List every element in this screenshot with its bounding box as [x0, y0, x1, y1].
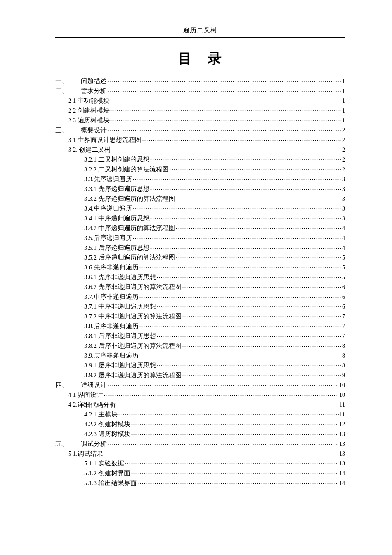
toc-entry-number: 三、	[55, 127, 81, 133]
toc-entry-text: 3.2.2 二叉树创建的算法流程图	[84, 166, 169, 173]
toc-entry-text: 3.8.后序非递归遍历	[84, 323, 138, 330]
toc-entry[interactable]: 4.2.详细代码分析11	[55, 400, 345, 408]
toc-entry[interactable]: 3.2.2 二叉树创建的算法流程图2	[55, 165, 345, 173]
toc-entry[interactable]: 3.5.1 后序递归遍历思想4	[55, 243, 345, 251]
toc-entry[interactable]: 3.3.2 先序递归遍历的算法流程图3	[55, 194, 345, 202]
toc-entry-text: 3.9.2 层序非递归遍历的算法流程图	[84, 372, 182, 379]
toc-entry[interactable]: 5.1.3 输出结果界面14	[55, 479, 345, 486]
toc-entry-label: 3.3.先序递归遍历	[84, 176, 132, 182]
toc-leader-dots	[176, 194, 341, 201]
toc-entry[interactable]: 3.8.2 后序非递归遍历的算法流程图8	[55, 341, 345, 349]
toc-entry-label: 3.4.2 中序递归遍历的算法流程图	[84, 225, 175, 231]
toc-entry-page: 14	[339, 471, 345, 477]
toc-entry-page: 11	[340, 402, 345, 408]
toc-entry-text: 3.8.1 后序非递归遍历思想	[84, 332, 156, 339]
toc-entry[interactable]: 5.1.1 实验数据13	[55, 459, 345, 467]
toc-entry-text: 3.3.2 先序递归遍历的算法流程图	[84, 195, 175, 202]
toc-entry-label: 3.9.2 层序非递归遍历的算法流程图	[84, 372, 182, 379]
toc-entry-label: 3.3.1 先序递归遍历思想	[84, 186, 150, 192]
toc-entry-page: 1	[342, 108, 345, 114]
toc-entry[interactable]: 3.6.2 先序非递归遍历的算法流程图6	[55, 283, 345, 290]
toc-entry[interactable]: 5.1.2 创建树界面14	[55, 469, 345, 477]
toc-entry-label: 2.2 创建树模块	[68, 107, 110, 114]
toc-leader-dots	[133, 234, 341, 240]
toc-entry[interactable]: 3.2.1 二叉树创建的思想2	[55, 155, 345, 163]
toc-entry[interactable]: 3.8.后序非递归遍历7	[55, 322, 345, 330]
toc-leader-dots	[176, 224, 341, 230]
toc-entry[interactable]: 3.4.中序递归遍历3	[55, 204, 345, 212]
toc-leader-dots	[157, 332, 341, 338]
toc-entry-page: 4	[342, 235, 345, 241]
toc-entry-text: 2.2 创建树模块	[68, 107, 110, 114]
toc-entry[interactable]: 3.5.2 后序递归遍历的算法流程图5	[55, 253, 345, 261]
toc-entry-page: 2	[342, 127, 345, 133]
page-header: 遍历二叉树	[55, 26, 345, 38]
toc-entry[interactable]: 三、概要设计2	[55, 126, 345, 133]
toc-entry-page: 6	[342, 294, 345, 300]
toc-entry[interactable]: 4.2.3 遍历树模块13	[55, 430, 345, 437]
toc-entry[interactable]: 2.3 遍历树模块1	[55, 116, 345, 124]
toc-entry[interactable]: 3.4.1 中序递归遍历思想3	[55, 214, 345, 222]
toc-entry-text: 3.5.1 后序递归遍历思想	[84, 244, 150, 251]
toc-leader-dots	[150, 155, 341, 162]
toc-entry[interactable]: 3.6.先序非递归遍历5	[55, 263, 345, 271]
toc-entry-page: 5	[342, 265, 345, 271]
toc-leader-dots	[131, 430, 338, 436]
toc-entry[interactable]: 3.4.2 中序递归遍历的算法流程图4	[55, 224, 345, 231]
toc-leader-dots	[157, 273, 341, 279]
toc-leader-dots	[157, 361, 341, 367]
toc-entry[interactable]: 3.2. 创建二叉树2	[55, 145, 345, 153]
toc-entry-page: 13	[339, 461, 345, 467]
toc-entry[interactable]: 3.7.中序非递归遍历6	[55, 292, 345, 300]
toc-entry-label: 3.2. 创建二叉树	[68, 147, 111, 153]
toc-leader-dots	[176, 253, 341, 260]
toc-leader-dots	[125, 459, 338, 465]
toc-entry-label: 3.1 主界面设计思想流程图	[68, 137, 141, 143]
toc-entry[interactable]: 3.5.后序递归遍历4	[55, 234, 345, 241]
toc-entry-number: 一、	[55, 78, 81, 84]
toc-entry[interactable]: 3.7.1 中序非递归遍历思想6	[55, 302, 345, 310]
toc-entry-page: 3	[342, 206, 345, 212]
toc-entry-text: 详细设计	[81, 382, 107, 388]
toc-entry[interactable]: 3.8.1 后序非递归遍历思想7	[55, 332, 345, 339]
toc-entry-text: 4.2.1 主模块	[84, 411, 118, 418]
toc-entry[interactable]: 二、需求分析1	[55, 87, 345, 94]
toc-leader-dots	[104, 449, 338, 456]
toc-entry-page: 3	[342, 216, 345, 222]
toc-entry[interactable]: 3.9.层序非递归遍历8	[55, 351, 345, 359]
toc-leader-dots	[150, 214, 341, 220]
toc-leader-dots	[107, 87, 341, 93]
toc-entry[interactable]: 3.9.2 层序非递归遍历的算法流程图9	[55, 371, 345, 379]
toc-entry-label: 一、问题描述	[55, 78, 107, 84]
toc-entry-text: 3.4.2 中序递归遍历的算法流程图	[84, 225, 175, 231]
toc-entry[interactable]: 3.9.1 层序非递归遍历思想8	[55, 361, 345, 369]
toc-entry[interactable]: 4.2.2 创建树模块12	[55, 420, 345, 428]
toc-entry[interactable]: 3.3.1 先序递归遍历思想3	[55, 185, 345, 192]
toc-entry[interactable]: 一、问题描述1	[55, 77, 345, 84]
toc-entry-text: 3.5.后序递归遍历	[84, 234, 132, 241]
toc-entry-text: 调试分析	[81, 440, 107, 447]
toc-entry-number: 二、	[55, 88, 81, 94]
toc-entry-page: 2	[342, 137, 345, 143]
toc-entry-page: 3	[342, 176, 345, 182]
toc-leader-dots	[182, 283, 341, 289]
toc-leader-dots	[133, 204, 341, 211]
toc-entry-page: 13	[339, 431, 345, 437]
toc-entry[interactable]: 四、详细设计10	[55, 381, 345, 388]
toc-entry-page: 10	[339, 382, 345, 388]
toc-entry[interactable]: 五、调试分析13	[55, 439, 345, 447]
toc-entry-page: 14	[339, 480, 345, 486]
toc-leader-dots	[139, 292, 341, 299]
toc-entry[interactable]: 2.2 创建树模块1	[55, 106, 345, 114]
toc-entry[interactable]: 3.1 主界面设计思想流程图2	[55, 136, 345, 143]
toc-entry[interactable]: 3.7.2 中序非递归遍历的算法流程图7	[55, 312, 345, 320]
toc-entry[interactable]: 4.2.1 主模块11	[55, 410, 345, 418]
toc-entry[interactable]: 2.1 主功能模块1	[55, 96, 345, 104]
toc-entry-page: 11	[340, 412, 345, 418]
toc-leader-dots	[139, 322, 341, 328]
toc-entry[interactable]: 3.3.先序递归遍历3	[55, 175, 345, 182]
toc-leader-dots	[107, 126, 341, 132]
toc-entry[interactable]: 3.6.1 先序非递归遍历思想5	[55, 273, 345, 280]
toc-entry[interactable]: 4.1 界面设计10	[55, 390, 345, 398]
toc-entry[interactable]: 5.1.调试结果13	[55, 449, 345, 457]
